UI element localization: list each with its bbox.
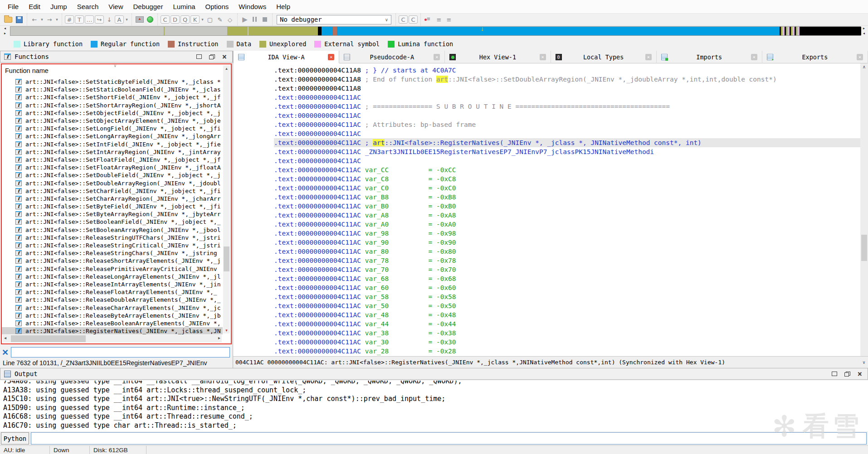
code-line[interactable]: .text:00000000004C11AC — [274, 156, 860, 165]
function-row[interactable]: fart::JNI<false>::ReleaseBooleanArrayEle… — [2, 319, 223, 327]
scrollbar-thumb[interactable] — [11, 335, 86, 342]
code-line[interactable]: .text:00000000004C11AC var_68 = -0x68 — [274, 274, 860, 283]
function-row[interactable]: fart::JNI<false>::SetStaticBooleanField(… — [2, 86, 223, 93]
clear-filter-icon[interactable]: ✕ — [0, 348, 11, 357]
create-function-icon[interactable]: C — [161, 15, 170, 24]
struct-icon[interactable]: Q — [180, 15, 190, 24]
function-row[interactable]: fart::JNI<false>::SetShortArrayRegion(_J… — [2, 101, 223, 109]
menu-search[interactable]: Search — [72, 0, 104, 13]
tab-hex-view-1[interactable]: Hex View-1✕ — [445, 51, 551, 63]
navigator-icon[interactable] — [136, 16, 144, 23]
scroll-up-icon[interactable]: ∧ — [860, 64, 868, 69]
forward-dropdown-icon[interactable]: ▾ — [54, 15, 59, 24]
tab-close-icon[interactable]: ✕ — [328, 54, 334, 60]
function-row[interactable]: fart::JNI<false>::SetDoubleArrayRegion(_… — [2, 179, 223, 187]
code-line[interactable]: .text:00000000004C11AC var_A0 = -0xA0 — [274, 220, 860, 229]
maximize-icon[interactable] — [832, 372, 837, 376]
menu-lumina[interactable]: Lumina — [168, 0, 200, 13]
function-row[interactable]: fart::JNI<false>::SetCharArrayRegion(_JN… — [2, 195, 223, 203]
float-icon[interactable] — [209, 54, 215, 59]
tab-imports[interactable]: Imports✕ — [657, 51, 762, 63]
tab-ida-view-a[interactable]: IDA View-A✕ — [233, 51, 339, 63]
function-row[interactable]: fart::JNI<false>::ReleaseByteArrayElemen… — [2, 312, 223, 319]
function-row[interactable]: fart::JNI<false>::SetBooleanField(_JNIEn… — [2, 218, 223, 226]
function-row[interactable]: fart::JNI<false>::SetIntField(_JNIEnv *,… — [2, 140, 223, 148]
function-row[interactable]: fart::JNI<false>::ReleaseDoubleArrayElem… — [2, 296, 223, 304]
code-line[interactable]: .text:00000000004C11AC ; ===============… — [274, 102, 860, 111]
code-line[interactable]: .text:00000000004C11AC var_60 = -0x60 — [274, 283, 860, 292]
code-line[interactable]: .text:00000000004C11A8 — [274, 84, 860, 93]
code-line[interactable]: .text:00000000004C11AC var_50 = -0x50 — [274, 301, 860, 310]
rename-icon[interactable]: A — [115, 15, 124, 24]
menu-edit[interactable]: Edit — [24, 0, 45, 13]
tab-close-icon[interactable]: ✕ — [645, 54, 652, 60]
scroll-down-icon[interactable]: ▾ — [223, 328, 230, 333]
code-line[interactable]: .text:00000000004C11AC var_A8 = -0xA8 — [274, 211, 860, 220]
output-title-bar[interactable]: Output × — [0, 368, 868, 380]
tab-close-icon[interactable]: ✕ — [434, 54, 440, 60]
tab-pseudocode-a[interactable]: Pseudocode-A✕ — [339, 51, 445, 63]
breakpoint-list-icon[interactable] — [424, 16, 433, 23]
function-row[interactable]: fart::JNI<false>::SetLongArrayRegion(_JN… — [2, 132, 223, 140]
function-row[interactable]: fart::JNI<false>::ReleaseIntArrayElement… — [2, 280, 223, 288]
function-row[interactable]: fart::JNI<false>::ReleaseStringCritical(… — [2, 241, 223, 249]
function-row[interactable]: fart::JNI<false>::SetFloatField(_JNIEnv … — [2, 156, 223, 164]
menu-options[interactable]: Options — [200, 0, 234, 13]
menu-jump[interactable]: Jump — [45, 0, 72, 13]
code-line[interactable]: .text:00000000004C11AC ; Attributes: bp-… — [274, 120, 860, 129]
tracing-icon[interactable]: ≡ — [444, 15, 454, 24]
code-line[interactable]: .text:00000000004C11AC var_B8 = -0xB8 — [274, 193, 860, 202]
debugger-select[interactable]: No debugger∨ — [277, 15, 391, 24]
data-icon[interactable]: D — [171, 15, 180, 24]
open-file-icon[interactable] — [4, 17, 12, 23]
function-row[interactable]: fart::JNI<false>::SetDoubleField(_JNIEnv… — [2, 171, 223, 179]
code-line[interactable]: .text:00000000004C11AC var_90 = -0x90 — [274, 238, 860, 247]
menu-file[interactable]: File — [3, 0, 24, 13]
function-row[interactable]: fart::JNI<false>::SetObjectArrayElement(… — [2, 117, 223, 125]
float-icon[interactable] — [844, 372, 850, 377]
stop-process-icon[interactable] — [261, 16, 268, 23]
number-icon[interactable]: # — [65, 15, 74, 24]
function-row[interactable]: fart::JNI<false>::ReleaseLongArrayElemen… — [2, 273, 223, 280]
functions-list[interactable]: ∨ Function name fart::JNI<false>::SetSta… — [1, 63, 232, 344]
text-icon[interactable]: T — [75, 15, 84, 24]
menu-view[interactable]: View — [103, 0, 128, 13]
disassembly-scrollbar[interactable]: ∧ — [860, 63, 868, 356]
code-line[interactable]: .text:00000000004C11AC var_30 = -0x30 — [274, 338, 860, 347]
function-row[interactable]: fart::JNI<false>::ReleasePrimitiveArrayC… — [2, 265, 223, 273]
function-row[interactable]: fart::JNI<false>::SetLongField(_JNIEnv *… — [2, 125, 223, 132]
scroll-left-icon[interactable]: ◂ — [4, 335, 6, 340]
tab-local-types[interactable]: Local Types✕ — [551, 51, 657, 63]
function-row[interactable]: fart::JNI<false>::SetIntArrayRegion(_JNI… — [2, 148, 223, 156]
collapse-chevron-icon[interactable]: ∨ — [114, 63, 117, 68]
function-row[interactable]: fart::JNI<false>::SetBooleanArrayRegion(… — [2, 226, 223, 234]
maximize-icon[interactable] — [196, 54, 202, 59]
frame-icon[interactable]: ▢ — [205, 15, 215, 24]
code-line[interactable]: .text:00000000004C11AC — [274, 93, 860, 102]
function-row[interactable]: fart::JNI<false>::SetCharField(_JNIEnv *… — [2, 187, 223, 195]
edit-icon[interactable]: ✎ — [215, 15, 225, 24]
python-input[interactable] — [31, 432, 867, 444]
scroll-up-icon[interactable]: ▴ — [223, 66, 230, 71]
function-row[interactable]: fart::JNI<false>::ReleaseStringChars(_JN… — [2, 249, 223, 257]
function-row[interactable]: fart::JNI<false>::ReleaseStringUTFChars(… — [2, 234, 223, 241]
functions-title-bar[interactable]: f Functions × — [0, 51, 233, 63]
code-line[interactable]: .text:00000000004C11AC var_C8 = -0xC8 — [274, 174, 860, 184]
code-line[interactable]: .text:00000000004C11AC var_58 = -0x58 — [274, 292, 860, 301]
function-row[interactable]: fart::JNI<false>::SetFloatArrayRegion(_J… — [2, 164, 223, 171]
back-dropdown-icon[interactable]: ▾ — [39, 15, 44, 24]
code-line[interactable]: .text:00000000004C11AC _ZN3art3JNIILb0EE… — [274, 147, 860, 156]
function-row[interactable]: fart::JNI<false>::SetShortField(_JNIEnv … — [2, 93, 223, 101]
code-line[interactable]: .text:00000000004C11AC var_48 = -0x48 — [274, 310, 860, 319]
code-line[interactable]: .text:00000000004C11AC — [274, 111, 860, 120]
diamond-icon[interactable]: ◇ — [225, 15, 235, 24]
code-line[interactable]: .text:00000000004C11AC var_38 = -0x38 — [274, 328, 860, 338]
start-process-icon[interactable]: ▶ — [240, 15, 250, 24]
back-icon[interactable]: ← — [29, 15, 39, 24]
function-row[interactable]: fart::JNI<false>::ReleaseFloatArrayEleme… — [2, 288, 223, 296]
code-line[interactable]: .text:00000000004C11AC var_80 = -0x80 — [274, 247, 860, 256]
tab-close-icon[interactable]: ✕ — [751, 54, 757, 60]
code-line[interactable]: .text:00000000004C11AC var_70 = -0x70 — [274, 265, 860, 274]
close-icon[interactable]: × — [222, 53, 227, 60]
dots-icon[interactable]: … — [85, 15, 94, 24]
